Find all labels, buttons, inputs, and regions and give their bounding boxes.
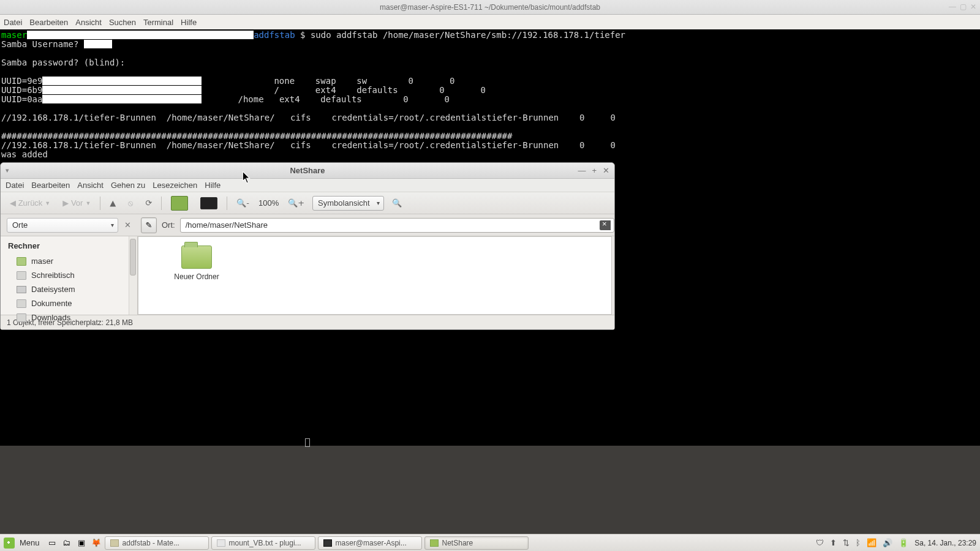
app-icon <box>323 539 332 547</box>
zoom-in-button[interactable]: 🔍+ <box>284 195 309 211</box>
folder-label: Neuer Ordner <box>163 272 230 281</box>
search-button[interactable]: 🔍 <box>388 195 406 211</box>
clock[interactable]: Sa, 14. Jan., 23:29 <box>914 539 976 547</box>
sidebar: Rechner maser Schreibtisch Dateisystem D… <box>1 236 138 315</box>
sidebar-item-documents[interactable]: Dokumente <box>1 296 137 310</box>
close-icon[interactable]: ✕ <box>603 166 609 175</box>
maximize-icon[interactable]: + <box>592 166 597 175</box>
menu-item[interactable]: Ansicht <box>75 18 102 27</box>
terminal-cursor <box>305 438 310 447</box>
network-icon[interactable]: ⇅ <box>843 538 850 547</box>
menu-item[interactable]: Suchen <box>109 18 136 27</box>
menu-item[interactable]: Hilfe <box>181 18 197 27</box>
menu-button[interactable]: Menu <box>20 538 40 547</box>
file-view[interactable]: Neuer Ordner <box>138 236 612 315</box>
menu-item[interactable]: Bearbeiten <box>29 18 68 27</box>
file-manager-title: NetShare <box>290 166 325 175</box>
mint-menu-icon[interactable] <box>4 538 15 549</box>
sidebar-item-downloads[interactable]: Downloads <box>1 310 137 324</box>
minimize-icon[interactable]: — <box>578 166 586 175</box>
menu-item[interactable]: Ansicht <box>77 181 104 190</box>
task-button[interactable]: addfstab - Mate... <box>105 536 209 550</box>
folder-item[interactable]: Neuer Ordner <box>163 246 230 281</box>
view-mode-select[interactable]: Symbolansicht <box>312 196 384 211</box>
location-input[interactable] <box>180 218 614 233</box>
sidebar-panel-select[interactable]: Orte <box>7 218 118 233</box>
output-line: //192.168.178.1/tiefer-Brunnen /home/mas… <box>1 140 616 150</box>
taskbar: Menu ▭ 🗂 ▣ 🦊 addfstab - Mate... mount_VB… <box>0 534 980 551</box>
window-menu-icon[interactable]: ▾ <box>6 167 9 174</box>
sidebar-item-filesystem[interactable]: Dateisystem <box>1 282 137 296</box>
sidebar-item-home[interactable]: maser <box>1 254 137 268</box>
menu-item[interactable]: Hilfe <box>205 181 221 190</box>
clear-location-button[interactable] <box>600 220 611 230</box>
terminal-launcher-icon[interactable]: ▣ <box>75 537 88 549</box>
terminal-menubar: Datei Bearbeiten Ansicht Suchen Terminal… <box>0 15 980 29</box>
forward-button[interactable]: ▶ Vor▼ <box>58 195 95 211</box>
folder-icon <box>17 313 26 322</box>
reload-button[interactable]: ⟳ <box>141 195 156 211</box>
folder-icon <box>17 271 26 280</box>
task-button-active[interactable]: NetShare <box>424 536 529 550</box>
file-manager-window: ▾ NetShare — + ✕ Datei Bearbeiten Ansich… <box>0 162 615 330</box>
zoom-out-button[interactable]: 🔍- <box>232 195 254 211</box>
edit-path-button[interactable]: ✎ <box>141 217 157 233</box>
location-bar: Orte ✕ ✎ Ort: <box>1 214 614 236</box>
menu-item[interactable]: Datei <box>4 18 22 27</box>
separator <box>100 197 100 210</box>
minimize-icon[interactable]: — <box>949 2 956 11</box>
output-line: ########################################… <box>1 131 512 141</box>
command-text: sudo addfstab /home/maser/NetShare/smb:/… <box>311 30 625 40</box>
task-button[interactable]: maser@maser-Aspi... <box>318 536 422 550</box>
up-button[interactable]: ▲ <box>105 195 120 211</box>
scrollbar-thumb[interactable] <box>130 239 136 276</box>
output-line: was added <box>1 149 48 159</box>
output-line: Samba password? (blind): <box>1 58 125 67</box>
shield-icon[interactable]: 🛡 <box>816 538 824 547</box>
firefox-launcher-icon[interactable]: 🦊 <box>90 537 102 549</box>
folder-icon <box>17 257 26 266</box>
separator <box>227 197 227 210</box>
app-icon <box>430 539 439 547</box>
menu-item[interactable]: Datei <box>6 181 24 190</box>
output-line: //192.168.178.1/tiefer-Brunnen /home/mas… <box>1 113 616 122</box>
close-sidebar-button[interactable]: ✕ <box>122 220 134 230</box>
computer-button[interactable] <box>196 195 222 211</box>
location-label: Ort: <box>162 220 175 230</box>
prompt-dir: addfstab <box>254 30 295 40</box>
file-manager-menubar: Datei Bearbeiten Ansicht Gehen zu Leseze… <box>1 179 614 192</box>
separator <box>161 197 162 210</box>
home-button[interactable] <box>167 195 192 211</box>
menu-item[interactable]: Bearbeiten <box>31 181 70 190</box>
bluetooth-icon[interactable]: ᛒ <box>856 538 861 547</box>
menu-item[interactable]: Terminal <box>143 18 173 27</box>
app-icon <box>110 539 119 547</box>
sidebar-header: Rechner <box>1 239 137 254</box>
monitor-icon <box>200 197 217 209</box>
battery-icon[interactable]: 🔋 <box>899 538 908 547</box>
file-manager-titlebar[interactable]: ▾ NetShare — + ✕ <box>1 163 614 179</box>
close-icon[interactable]: ✕ <box>970 2 976 11</box>
task-button[interactable]: mount_VB.txt - plugi... <box>211 536 315 550</box>
terminal-title: maser@maser-Aspire-ES1-711 ~/Dokumente/b… <box>380 3 600 12</box>
prompt-user: maser <box>1 30 27 40</box>
back-button[interactable]: ◀ Zurück▼ <box>6 195 55 211</box>
system-tray: 🛡 ⬆ ⇅ ᛒ 📶 🔊 🔋 Sa, 14. Jan., 23:29 <box>816 538 976 547</box>
terminal-titlebar[interactable]: maser@maser-Aspire-ES1-711 ~/Dokumente/b… <box>0 0 980 15</box>
app-icon <box>217 539 225 547</box>
menu-item[interactable]: Gehen zu <box>111 181 145 190</box>
output-line: Samba Username? <box>1 39 78 49</box>
show-desktop-icon[interactable]: ▭ <box>46 537 58 549</box>
volume-icon[interactable]: 🔊 <box>883 538 892 547</box>
menu-item[interactable]: Lesezeichen <box>153 181 197 190</box>
file-manager-toolbar: ◀ Zurück▼ ▶ Vor▼ ▲ ⦸ ⟳ 🔍- 100% 🔍+ Symbol… <box>1 192 614 214</box>
sidebar-item-desktop[interactable]: Schreibtisch <box>1 268 137 282</box>
stop-button[interactable]: ⦸ <box>124 195 137 211</box>
pencil-icon: ✎ <box>146 220 153 230</box>
wifi-icon[interactable]: 📶 <box>867 538 876 547</box>
update-icon[interactable]: ⬆ <box>830 538 837 547</box>
maximize-icon[interactable]: ▢ <box>960 2 967 11</box>
file-manager-launcher-icon[interactable]: 🗂 <box>61 537 73 549</box>
home-icon <box>171 196 188 211</box>
sidebar-scrollbar[interactable] <box>129 236 137 315</box>
